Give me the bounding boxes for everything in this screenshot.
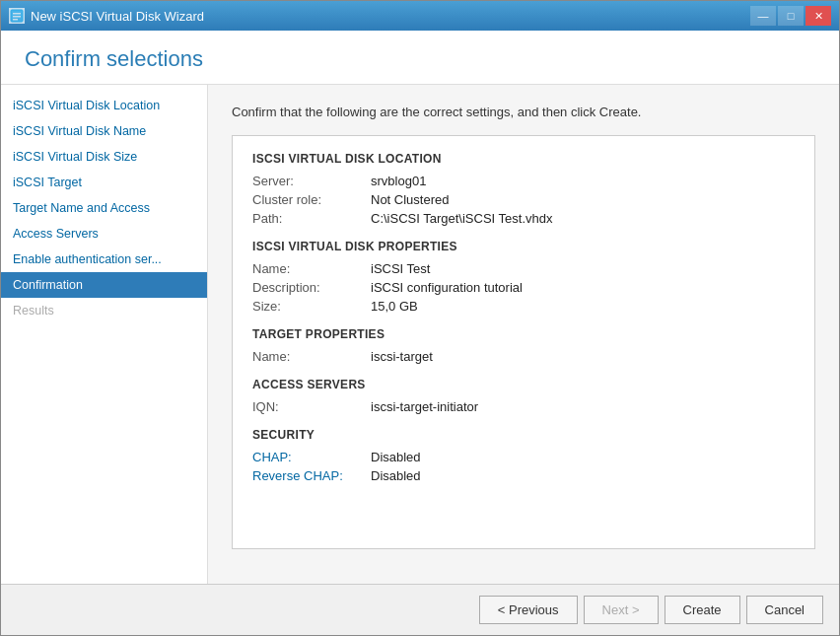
title-controls: — □ ✕: [750, 6, 831, 26]
prop-row-description: Description: iSCSI configuration tutoria…: [252, 280, 795, 295]
prop-value-description: iSCSI configuration tutorial: [371, 280, 523, 295]
svg-rect-2: [13, 16, 21, 18]
window-icon: [9, 8, 25, 24]
body-area: iSCSI Virtual Disk Location iSCSI Virtua…: [1, 85, 839, 584]
prop-value-cluster-role: Not Clustered: [371, 192, 449, 207]
prop-value-path: C:\iSCSI Target\iSCSI Test.vhdx: [371, 211, 552, 226]
description-text: Confirm that the following are the corre…: [232, 105, 815, 119]
prop-label-size: Size:: [252, 299, 371, 314]
section-header-target-props: TARGET PROPERTIES: [252, 327, 795, 341]
maximize-button[interactable]: □: [778, 6, 804, 26]
sidebar-item-confirmation: Confirmation: [1, 272, 207, 298]
window-title: New iSCSI Virtual Disk Wizard: [31, 9, 204, 24]
prop-row-size: Size: 15,0 GB: [252, 299, 795, 314]
prop-label-target-name: Name:: [252, 349, 371, 364]
section-header-access-servers: ACCESS SERVERS: [252, 378, 795, 391]
sidebar-item-iscsi-virtual-disk-name[interactable]: iSCSI Virtual Disk Name: [1, 118, 207, 144]
section-header-security: SECURITY: [252, 428, 795, 442]
main-content: Confirm selections iSCSI Virtual Disk Lo…: [1, 31, 839, 635]
next-button[interactable]: Next >: [584, 596, 659, 624]
svg-rect-1: [13, 13, 21, 15]
prop-label-description: Description:: [252, 280, 371, 295]
prop-row-chap: CHAP: Disabled: [252, 450, 795, 464]
prop-label-name: Name:: [252, 261, 371, 276]
prop-value-reverse-chap: Disabled: [371, 468, 421, 483]
prop-label-cluster-role: Cluster role:: [252, 192, 371, 207]
wizard-window: New iSCSI Virtual Disk Wizard — □ ✕ Conf…: [0, 0, 840, 636]
prop-value-server: srvblog01: [371, 174, 426, 188]
prop-row-cluster-role: Cluster role: Not Clustered: [252, 192, 795, 207]
sidebar-item-iscsi-virtual-disk-size[interactable]: iSCSI Virtual Disk Size: [1, 144, 207, 170]
prop-row-reverse-chap: Reverse CHAP: Disabled: [252, 468, 795, 483]
prop-value-name: iSCSI Test: [371, 261, 430, 276]
create-button[interactable]: Create: [665, 596, 740, 624]
prop-label-server: Server:: [252, 174, 371, 188]
prop-label-path: Path:: [252, 211, 371, 226]
section-header-disk-location: ISCSI VIRTUAL DISK LOCATION: [252, 152, 795, 166]
title-bar-left: New iSCSI Virtual Disk Wizard: [9, 8, 204, 24]
prop-row-iqn: IQN: iscsi-target-initiator: [252, 399, 795, 414]
content-panel: Confirm that the following are the corre…: [208, 85, 839, 584]
sidebar: iSCSI Virtual Disk Location iSCSI Virtua…: [1, 85, 208, 584]
cancel-button[interactable]: Cancel: [746, 596, 823, 624]
previous-button[interactable]: < Previous: [479, 596, 578, 624]
header-area: Confirm selections: [1, 31, 839, 85]
sidebar-item-access-servers[interactable]: Access Servers: [1, 221, 207, 247]
close-button[interactable]: ✕: [805, 6, 831, 26]
prop-label-iqn: IQN:: [252, 399, 371, 414]
prop-value-target-name: iscsi-target: [371, 349, 433, 364]
sidebar-item-target-name-and-access[interactable]: Target Name and Access: [1, 195, 207, 221]
footer: < Previous Next > Create Cancel: [1, 584, 839, 635]
svg-rect-3: [13, 19, 18, 21]
prop-value-iqn: iscsi-target-initiator: [371, 399, 478, 414]
prop-value-chap: Disabled: [371, 450, 421, 464]
prop-label-chap: CHAP:: [252, 450, 371, 464]
confirm-box: ISCSI VIRTUAL DISK LOCATION Server: srvb…: [232, 135, 815, 549]
prop-row-path: Path: C:\iSCSI Target\iSCSI Test.vhdx: [252, 211, 795, 226]
sidebar-item-iscsi-target[interactable]: iSCSI Target: [1, 170, 207, 195]
section-header-disk-props: ISCSI VIRTUAL DISK PROPERTIES: [252, 240, 795, 253]
title-bar: New iSCSI Virtual Disk Wizard — □ ✕: [1, 1, 839, 31]
sidebar-item-iscsi-virtual-disk-location[interactable]: iSCSI Virtual Disk Location: [1, 93, 207, 118]
prop-value-size: 15,0 GB: [371, 299, 418, 314]
sidebar-item-enable-authentication[interactable]: Enable authentication ser...: [1, 247, 207, 272]
page-title: Confirm selections: [25, 46, 203, 71]
minimize-button[interactable]: —: [750, 6, 776, 26]
prop-row-name: Name: iSCSI Test: [252, 261, 795, 276]
prop-row-server: Server: srvblog01: [252, 174, 795, 188]
prop-label-reverse-chap: Reverse CHAP:: [252, 468, 371, 483]
sidebar-item-results: Results: [1, 298, 207, 323]
prop-row-target-name: Name: iscsi-target: [252, 349, 795, 364]
